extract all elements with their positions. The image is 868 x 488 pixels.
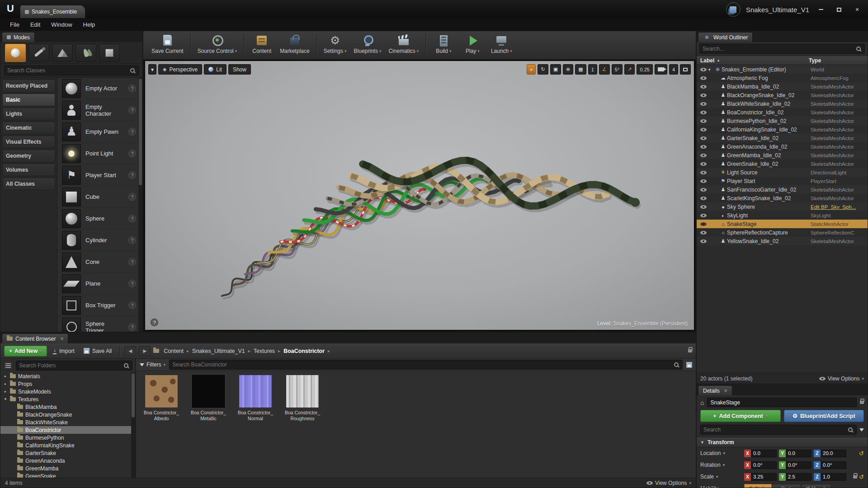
rotation-snap-value[interactable]: 5° <box>612 64 623 75</box>
visibility-toggle[interactable] <box>698 161 708 167</box>
rotation-x-value[interactable]: 0.0° <box>751 461 777 469</box>
folder-blackmamba[interactable]: BlackMamba <box>0 403 135 411</box>
mobility-static[interactable]: ⊙Static <box>744 484 772 488</box>
mobility-station[interactable]: ◐Station <box>772 484 801 488</box>
category-volumes[interactable]: Volumes <box>2 164 55 176</box>
import-button[interactable]: ↓ Import <box>50 346 78 357</box>
outliner-row-atmospheric-fog[interactable]: ☁Atmospheric FogAtmosphericFog <box>697 74 868 82</box>
expander-icon[interactable]: ▾ <box>708 67 714 72</box>
actor-name-field[interactable] <box>707 398 857 407</box>
lock-icon[interactable] <box>860 401 864 404</box>
outliner-search-input[interactable] <box>703 46 853 52</box>
outliner-row-gartersnake-idle-02[interactable]: ♟GarterSnake_Idle_02SkeletalMeshActor <box>697 134 868 142</box>
breadcrumb-content[interactable]: Content <box>164 348 184 354</box>
category-visual-effects[interactable]: Visual Effects <box>2 136 55 148</box>
visibility-toggle[interactable] <box>698 204 708 210</box>
placeable-item-sphere-trigger[interactable]: Sphere Trigger? <box>57 316 142 332</box>
toolbar-button-settings[interactable]: ⚙Settings▾ <box>320 33 350 55</box>
toolbar-button-save-current[interactable]: Save Current <box>148 33 187 55</box>
folder-textures[interactable]: ▼Textures <box>0 395 135 403</box>
landscape-mode-button[interactable] <box>52 44 73 62</box>
category-recently-placed[interactable]: Recently Placed <box>2 80 55 92</box>
help-icon[interactable]: ? <box>128 106 136 114</box>
visibility-toggle[interactable] <box>698 101 708 107</box>
placeable-item-empty-pawn[interactable]: ♟Empty Pawn? <box>57 121 142 143</box>
visibility-toggle[interactable] <box>698 93 708 98</box>
placeable-item-empty-character[interactable]: Empty Character? <box>57 99 142 121</box>
help-icon[interactable]: ? <box>128 323 136 331</box>
category-geometry[interactable]: Geometry <box>2 150 55 162</box>
placeable-item-player-start[interactable]: ⚑Player Start? <box>57 164 142 186</box>
placeable-item-point-light[interactable]: Point Light? <box>57 143 142 164</box>
content-browser-close-icon[interactable]: × <box>60 336 63 342</box>
camera-speed-button[interactable] <box>655 64 667 75</box>
scrollbar-thumb[interactable] <box>132 373 135 418</box>
level-tab[interactable]: Snakes_Ensemble <box>20 5 85 18</box>
breadcrumb-textures[interactable]: Textures <box>254 348 275 354</box>
help-icon[interactable]: ? <box>128 258 136 266</box>
filters-button[interactable]: Filters ▾ <box>140 361 165 368</box>
transform-label-rotation[interactable]: Rotation▾ <box>700 462 742 468</box>
scale-tool-button[interactable]: ▣ <box>550 64 561 75</box>
viewport[interactable]: ▾ ◈ Perspective Lit Show + ↻ <box>145 61 694 330</box>
paint-mode-button[interactable] <box>28 44 49 62</box>
reset-to-default-icon[interactable]: ↺ <box>859 450 864 457</box>
tab-modes[interactable]: Modes <box>2 32 35 42</box>
toolbar-button-play[interactable]: Play▾ <box>458 33 487 55</box>
edit-blueprint-link[interactable]: Edit BP_Sky_Sph... <box>811 204 866 210</box>
help-icon[interactable]: ? <box>128 128 136 136</box>
level-name[interactable]: Snakes_Ensemble (Persistent) <box>613 320 688 327</box>
folder-materials[interactable]: ▸Materials <box>0 372 135 380</box>
location-z-value[interactable]: 20.0 <box>821 450 846 457</box>
menu-edit[interactable]: Edit <box>25 19 46 30</box>
visibility-toggle[interactable] <box>698 221 708 227</box>
folder-greenanaconda[interactable]: GreenAnaconda <box>0 457 135 465</box>
outliner-row-californiakingsnake-idle-02[interactable]: ♟CaliforniaKingSnake_Idle_02SkeletalMesh… <box>697 125 868 134</box>
outliner-row-greensnake-idle-02[interactable]: ♟GreenSnake_Idle_02SkeletalMeshActor <box>697 160 868 168</box>
placeable-item-box-trigger[interactable]: Box Trigger? <box>57 295 142 316</box>
asset-tile-boa-constrictor-roughness[interactable]: Boa Constrictor_ Roughness <box>283 375 322 421</box>
visibility-toggle[interactable] <box>698 187 708 192</box>
visibility-toggle[interactable] <box>698 213 708 218</box>
folder-expander-icon[interactable]: ▼ <box>3 397 8 401</box>
toolbar-button-source-control[interactable]: Source Control▾ <box>194 33 241 55</box>
folder-greenmamba[interactable]: GreenMamba <box>0 465 135 472</box>
visibility-toggle[interactable] <box>698 84 708 89</box>
rotation-y-value[interactable]: 0.0° <box>786 461 811 469</box>
folder-blackwhitesnake[interactable]: BlackWhiteSnake <box>0 418 135 426</box>
viewport-options-button[interactable]: ▾ <box>148 64 156 75</box>
help-icon[interactable]: ? <box>128 215 136 222</box>
menu-file[interactable]: File <box>5 19 25 30</box>
help-icon[interactable]: ? <box>128 280 136 287</box>
tab-world-outliner[interactable]: ⊕ World Outliner <box>698 32 753 42</box>
camera-speed-value[interactable]: 4 <box>669 64 678 75</box>
outliner-row-spherereflectioncapture[interactable]: ○SphereReflectionCaptureSphereReflection… <box>697 228 868 237</box>
add-component-button[interactable]: + Add Component ▾ <box>700 410 781 422</box>
world-local-toggle[interactable]: ⊕ <box>563 64 573 75</box>
asset-tile-boa-constrictor-metallic[interactable]: Boa Constrictor_ Metallic <box>189 375 228 421</box>
scale-lock-icon[interactable] <box>853 475 857 479</box>
back-button[interactable]: ◀ <box>124 346 136 356</box>
save-all-button[interactable]: Save All <box>80 346 115 357</box>
visibility-toggle[interactable] <box>698 178 708 184</box>
details-close-icon[interactable]: × <box>724 388 727 394</box>
transform-section-header[interactable]: ▼ Transform <box>697 437 868 447</box>
search-classes-input[interactable] <box>7 67 127 74</box>
tab-details[interactable]: Details × <box>698 385 732 395</box>
minimize-button[interactable] <box>815 5 827 14</box>
label-column-header[interactable]: Label <box>700 57 714 64</box>
tab-content-browser[interactable]: Content Browser × <box>2 333 68 343</box>
asset-tile-boa-constrictor-normal[interactable]: Boa Constrictor_ Normal <box>236 375 275 421</box>
rotation-z-value[interactable]: 0.0° <box>821 461 846 469</box>
toolbar-button-blueprints[interactable]: Blueprints▾ <box>350 33 385 55</box>
modes-scrollbar[interactable] <box>138 78 142 332</box>
reset-to-default-icon[interactable]: ↺ <box>859 474 864 480</box>
toolbar-button-content[interactable]: Content <box>247 33 276 55</box>
scale-snap-toggle[interactable]: ↗ <box>624 64 635 75</box>
outliner-row-greenmamba-idle-02[interactable]: ♟GreenMamba_Idle_02SkeletalMeshActor <box>697 151 868 160</box>
outliner-row-greenanaconda-idle-02[interactable]: ♟GreenAnaconda_Idle_02SkeletalMeshActor <box>697 142 868 151</box>
scale-snap-value[interactable]: 0.25 <box>637 64 652 75</box>
outliner-row-snakestage[interactable]: ⌂SnakeStageStaticMeshActor <box>697 220 868 228</box>
grid-snap-value[interactable]: 1 <box>588 64 597 75</box>
move-tool-button[interactable]: + <box>527 64 536 75</box>
